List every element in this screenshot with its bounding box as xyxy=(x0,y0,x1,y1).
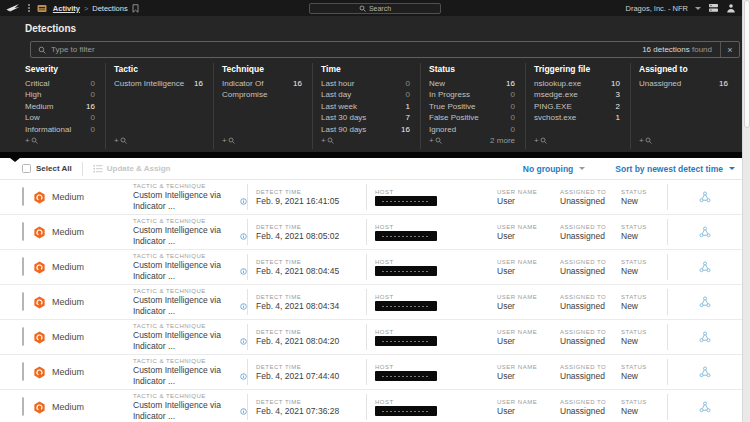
tactic-value: Custom Intelligence via Indicator ... xyxy=(133,330,237,352)
facet-option[interactable]: Last week1 xyxy=(321,101,410,112)
tactic-column-label: TACTIC & TECHNIQUE xyxy=(133,392,247,400)
table-row[interactable]: Medium TACTIC & TECHNIQUE Custom Intelli… xyxy=(0,180,742,215)
facet-option[interactable]: High0 xyxy=(25,89,95,100)
facet-column: Triggering file nslookup.exe10msedge.exe… xyxy=(525,63,630,149)
row-checkbox[interactable] xyxy=(22,257,24,276)
facet-more-link[interactable]: 2 more xyxy=(490,136,515,145)
facet-title: Triggering file xyxy=(534,63,620,75)
user-name-value: User xyxy=(497,196,552,207)
grouping-dropdown[interactable]: No grouping xyxy=(523,164,574,174)
table-toolbar: Select All Update & Assign No grouping S… xyxy=(0,158,750,180)
breadcrumb-activity-link[interactable]: Activity xyxy=(53,4,80,13)
table-row[interactable]: Medium TACTIC & TECHNIQUE Custom Intelli… xyxy=(0,355,742,390)
user-avatar-icon[interactable] xyxy=(726,3,736,13)
add-facet-filter-button[interactable]: + xyxy=(321,136,334,145)
network-graph-icon[interactable] xyxy=(698,330,712,344)
facet-option[interactable]: Low0 xyxy=(25,112,95,123)
update-assign-button[interactable]: Update & Assign xyxy=(93,164,171,173)
detect-time-value: Feb. 4, 2021 07:44:40 xyxy=(256,371,366,382)
table-row[interactable]: Medium TACTIC & TECHNIQUE Custom Intelli… xyxy=(0,320,742,355)
bookmark-icon[interactable] xyxy=(132,4,139,13)
facet-option[interactable]: Last hour0 xyxy=(321,78,410,89)
select-all-label[interactable]: Select All xyxy=(36,164,72,173)
add-facet-filter-button[interactable]: + xyxy=(25,136,38,145)
tactic-column-label: TACTIC & TECHNIQUE xyxy=(133,322,247,330)
add-facet-filter-button[interactable]: + xyxy=(639,136,652,145)
network-graph-icon[interactable] xyxy=(698,225,712,239)
severity-label: Medium xyxy=(52,367,84,377)
facet-option[interactable]: New16 xyxy=(429,78,515,89)
facet-option[interactable]: Informational0 xyxy=(25,124,95,135)
info-icon[interactable] xyxy=(240,337,247,346)
network-graph-icon[interactable] xyxy=(698,400,712,414)
info-icon[interactable] xyxy=(240,372,247,381)
select-all-checkbox[interactable] xyxy=(22,164,31,173)
facet-option-label: Last 30 days xyxy=(321,112,366,123)
row-checkbox[interactable] xyxy=(22,362,24,381)
add-facet-filter-button[interactable]: + xyxy=(114,136,127,145)
vertical-scrollbar[interactable] xyxy=(742,0,750,422)
facet-option[interactable]: Unassigned16 xyxy=(639,78,728,89)
tactic-value: Custom Intelligence via Indicator ... xyxy=(133,400,237,422)
detect-time-value: Feb. 4, 2021 08:04:34 xyxy=(256,301,366,312)
add-facet-filter-button[interactable]: + xyxy=(222,136,235,145)
table-row[interactable]: Medium TACTIC & TECHNIQUE Custom Intelli… xyxy=(0,250,742,285)
network-graph-icon[interactable] xyxy=(698,260,712,274)
sort-dropdown[interactable]: Sort by newest detect time xyxy=(615,164,723,174)
facet-option[interactable]: Critical0 xyxy=(25,78,95,89)
tactic-value: Custom Intelligence via Indicator ... xyxy=(133,295,237,317)
user-name-column-label: USER NAME xyxy=(497,328,552,336)
facet-option[interactable]: In Progress0 xyxy=(429,89,515,100)
facet-option[interactable]: Ignored0 xyxy=(429,124,515,135)
facet-option[interactable]: True Positive0 xyxy=(429,101,515,112)
site-icon[interactable] xyxy=(37,4,47,13)
info-icon[interactable] xyxy=(240,267,247,276)
table-row[interactable]: Medium TACTIC & TECHNIQUE Custom Intelli… xyxy=(0,285,742,320)
facet-option-label: Critical xyxy=(25,78,49,89)
info-icon[interactable] xyxy=(240,302,247,311)
network-graph-icon[interactable] xyxy=(698,365,712,379)
table-row[interactable]: Medium TACTIC & TECHNIQUE Custom Intelli… xyxy=(0,390,742,422)
assigned-to-column-label: ASSIGNED TO xyxy=(560,188,613,196)
dragos-logo-icon[interactable] xyxy=(6,3,21,14)
severity-medium-icon xyxy=(33,226,46,239)
facet-option[interactable]: Indicator Of Compromise16 xyxy=(222,78,302,101)
facet-option[interactable]: Medium16 xyxy=(25,101,95,112)
filter-collapse-handle[interactable] xyxy=(0,152,750,158)
facet-option[interactable]: False Positive0 xyxy=(429,112,515,123)
row-checkbox[interactable] xyxy=(22,397,24,416)
clear-filter-button[interactable]: × xyxy=(721,45,739,55)
network-graph-icon[interactable] xyxy=(698,190,712,204)
assigned-to-column-label: ASSIGNED TO xyxy=(560,258,613,266)
app-menu-kebab-icon[interactable] xyxy=(27,4,31,12)
add-facet-filter-button[interactable]: + xyxy=(534,136,547,145)
global-search-input[interactable]: Search xyxy=(309,3,441,14)
severity-medium-icon xyxy=(33,296,46,309)
table-row[interactable]: Medium TACTIC & TECHNIQUE Custom Intelli… xyxy=(0,215,742,250)
facet-option[interactable]: Last 30 days7 xyxy=(321,112,410,123)
detect-time-value: Feb. 4, 2021 08:04:45 xyxy=(256,266,366,277)
row-checkbox[interactable] xyxy=(22,222,24,241)
org-selector[interactable]: Dragos, Inc. - NFR xyxy=(625,4,688,13)
scrollbar-thumb[interactable] xyxy=(744,0,750,128)
filter-input[interactable]: Type to filter 16 detections found × xyxy=(30,41,740,58)
tactic-column-label: TACTIC & TECHNIQUE xyxy=(133,357,247,365)
facet-option[interactable]: svchost.exe1 xyxy=(534,112,620,123)
facet-option[interactable]: PING.EXE2 xyxy=(534,101,620,112)
info-icon[interactable] xyxy=(240,407,247,416)
row-checkbox[interactable] xyxy=(22,327,24,346)
server-stack-icon[interactable] xyxy=(708,3,719,13)
facet-option[interactable]: Last day0 xyxy=(321,89,410,100)
facet-option[interactable]: Last 90 days16 xyxy=(321,124,410,135)
network-graph-icon[interactable] xyxy=(698,295,712,309)
info-icon[interactable] xyxy=(240,232,247,241)
facet-option[interactable]: nslookup.exe10 xyxy=(534,78,620,89)
row-checkbox[interactable] xyxy=(22,292,24,311)
row-checkbox[interactable] xyxy=(22,187,24,206)
host-redacted-bar xyxy=(375,266,437,276)
info-icon[interactable] xyxy=(240,197,247,206)
add-facet-filter-button[interactable]: + xyxy=(429,136,442,145)
facet-option[interactable]: Custom Intelligence16 xyxy=(114,78,203,89)
user-name-value: User xyxy=(497,266,552,277)
facet-option[interactable]: msedge.exe3 xyxy=(534,89,620,100)
